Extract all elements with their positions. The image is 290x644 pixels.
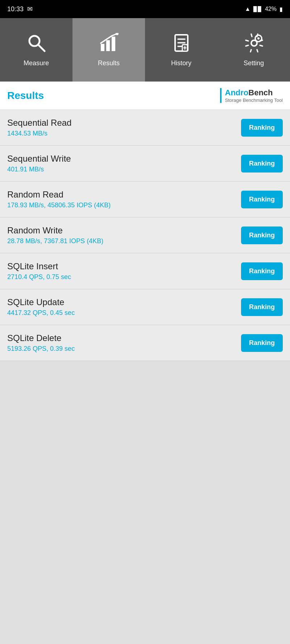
result-value-random-read: 178.93 MB/s, 45806.35 IOPS (4KB) bbox=[7, 201, 111, 209]
result-value-sqlite-update: 4417.32 QPS, 0.45 sec bbox=[7, 309, 75, 317]
result-name-random-write: Random Write bbox=[7, 225, 103, 236]
history-icon bbox=[171, 33, 191, 56]
androbench-logo: AndroBench Storage Benchmarking Tool bbox=[220, 88, 283, 103]
measure-icon bbox=[26, 33, 46, 56]
ranking-button-sqlite-insert[interactable]: Ranking bbox=[241, 262, 283, 280]
result-value-sequential-read: 1434.53 MB/s bbox=[7, 130, 71, 137]
result-name-sqlite-update: SQLite Update bbox=[7, 297, 75, 307]
svg-rect-2 bbox=[101, 44, 104, 51]
androbench-name: AndroBench bbox=[225, 88, 283, 97]
wifi-icon: ▲ bbox=[245, 6, 250, 12]
result-row-sequential-read: Sequential Read 1434.53 MB/s Ranking bbox=[0, 110, 290, 146]
result-row-random-write: Random Write 28.78 MB/s, 7367.81 IOPS (4… bbox=[0, 217, 290, 253]
empty-area bbox=[0, 361, 290, 578]
ranking-button-random-write[interactable]: Ranking bbox=[241, 227, 283, 244]
result-row-sqlite-insert: SQLite Insert 2710.4 QPS, 0.75 sec Ranki… bbox=[0, 253, 290, 289]
tab-history-label: History bbox=[171, 59, 191, 67]
ranking-button-sequential-write[interactable]: Ranking bbox=[241, 155, 283, 173]
result-info-sqlite-update: SQLite Update 4417.32 QPS, 0.45 sec bbox=[7, 297, 75, 317]
tab-measure-label: Measure bbox=[24, 59, 49, 67]
result-row-sqlite-delete: SQLite Delete 5193.26 QPS, 0.39 sec Rank… bbox=[0, 325, 290, 361]
result-name-sqlite-insert: SQLite Insert bbox=[7, 261, 71, 271]
androbench-logo-text: AndroBench Storage Benchmarking Tool bbox=[225, 88, 283, 103]
svg-line-1 bbox=[38, 45, 45, 51]
result-info-sequential-write: Sequential Write 401.91 MB/s bbox=[7, 154, 71, 173]
result-info-sqlite-insert: SQLite Insert 2710.4 QPS, 0.75 sec bbox=[7, 261, 71, 281]
ranking-button-random-read[interactable]: Ranking bbox=[241, 191, 283, 208]
time-display: 10:33 bbox=[7, 5, 24, 13]
result-row-sqlite-update: SQLite Update 4417.32 QPS, 0.45 sec Rank… bbox=[0, 289, 290, 325]
setting-icon bbox=[244, 33, 264, 56]
results-icon bbox=[99, 33, 119, 56]
tab-measure[interactable]: Measure bbox=[0, 18, 72, 82]
svg-point-15 bbox=[257, 37, 260, 40]
result-info-sequential-read: Sequential Read 1434.53 MB/s bbox=[7, 118, 71, 137]
page-title: Results bbox=[7, 90, 44, 101]
ranking-button-sqlite-update[interactable]: Ranking bbox=[241, 298, 283, 316]
svg-point-5 bbox=[116, 33, 119, 35]
result-value-sqlite-insert: 2710.4 QPS, 0.75 sec bbox=[7, 273, 71, 281]
result-name-sqlite-delete: SQLite Delete bbox=[7, 333, 75, 343]
status-bar: 10:33 ✉ ▲ ▉▉ 42% ▮ bbox=[0, 0, 290, 18]
result-value-sequential-write: 401.91 MB/s bbox=[7, 166, 71, 173]
result-name-sequential-write: Sequential Write bbox=[7, 154, 71, 164]
battery-percent: 42% bbox=[265, 6, 277, 12]
result-name-sequential-read: Sequential Read bbox=[7, 118, 71, 128]
svg-rect-4 bbox=[112, 37, 115, 51]
result-row-sequential-write: Sequential Write 401.91 MB/s Ranking bbox=[0, 146, 290, 182]
results-header: Results AndroBench Storage Benchmarking … bbox=[0, 82, 290, 110]
result-name-random-read: Random Read bbox=[7, 190, 111, 200]
tab-setting[interactable]: Setting bbox=[218, 18, 290, 82]
tab-history[interactable]: History bbox=[145, 18, 218, 82]
tab-setting-label: Setting bbox=[244, 59, 264, 67]
ranking-button-sequential-read[interactable]: Ranking bbox=[241, 119, 283, 137]
androbench-subtitle: Storage Benchmarking Tool bbox=[225, 97, 283, 103]
result-value-sqlite-delete: 5193.26 QPS, 0.39 sec bbox=[7, 345, 75, 353]
result-value-random-write: 28.78 MB/s, 7367.81 IOPS (4KB) bbox=[7, 237, 103, 245]
svg-rect-3 bbox=[106, 40, 110, 51]
battery-icon: ▮ bbox=[279, 6, 283, 13]
ranking-button-sqlite-delete[interactable]: Ranking bbox=[241, 334, 283, 352]
status-bar-left: 10:33 ✉ bbox=[7, 5, 33, 13]
result-info-random-write: Random Write 28.78 MB/s, 7367.81 IOPS (4… bbox=[7, 225, 103, 245]
results-list: Sequential Read 1434.53 MB/s Ranking Seq… bbox=[0, 110, 290, 361]
nav-tabs: Measure Results Histor bbox=[0, 18, 290, 82]
result-info-sqlite-delete: SQLite Delete 5193.26 QPS, 0.39 sec bbox=[7, 333, 75, 353]
tab-results[interactable]: Results bbox=[72, 18, 145, 82]
email-icon: ✉ bbox=[27, 5, 33, 13]
tab-results-label: Results bbox=[98, 59, 120, 67]
status-bar-right: ▲ ▉▉ 42% ▮ bbox=[245, 6, 283, 13]
result-row-random-read: Random Read 178.93 MB/s, 45806.35 IOPS (… bbox=[0, 182, 290, 217]
result-info-random-read: Random Read 178.93 MB/s, 45806.35 IOPS (… bbox=[7, 190, 111, 209]
signal-bars-icon: ▉▉ bbox=[253, 6, 262, 12]
